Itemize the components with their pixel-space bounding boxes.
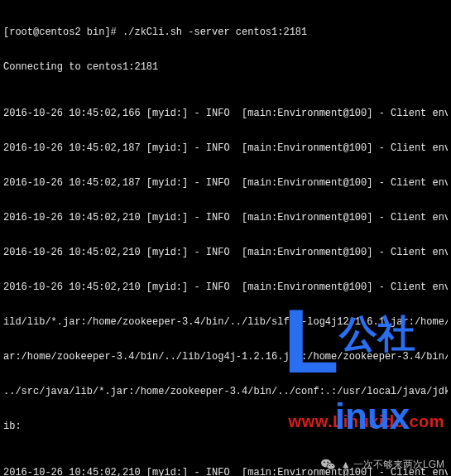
log-line: ib: <box>3 421 448 432</box>
shell-prompt-line: [root@centos2 bin]# ./zkCli.sh -server c… <box>3 26 448 38</box>
log-line: 2016-10-26 10:45:02,166 [myid:] - INFO [… <box>3 108 448 119</box>
log-line: 2016-10-26 10:45:02,210 [myid:] - INFO [… <box>3 467 448 476</box>
log-line: 2016-10-26 10:45:02,187 [myid:] - INFO [… <box>3 177 448 189</box>
log-line: ild/lib/*.jar:/home/zookeeper-3.4/bin/..… <box>3 316 448 328</box>
log-line: ar:/home/zookeeper-3.4/bin/../lib/log4j-… <box>3 351 448 363</box>
log-line: 2016-10-26 10:45:02,210 [myid:] - INFO [… <box>3 281 448 293</box>
connecting-line: Connecting to centos1:2181 <box>3 61 448 73</box>
command-text: ./zkCli.sh -server centos1:2181 <box>122 26 307 38</box>
log-line: 2016-10-26 10:45:02,187 [myid:] - INFO [… <box>3 142 448 154</box>
log-line: ../src/java/lib/*.jar:/home/zookeeper-3.… <box>3 386 448 397</box>
shell-prompt: [root@centos2 bin]# <box>3 26 122 38</box>
terminal-output[interactable]: [root@centos2 bin]# ./zkCli.sh -server c… <box>0 0 451 476</box>
log-line: 2016-10-26 10:45:02,210 [myid:] - INFO [… <box>3 247 448 258</box>
log-line: 2016-10-26 10:45:02,210 [myid:] - INFO [… <box>3 212 448 224</box>
